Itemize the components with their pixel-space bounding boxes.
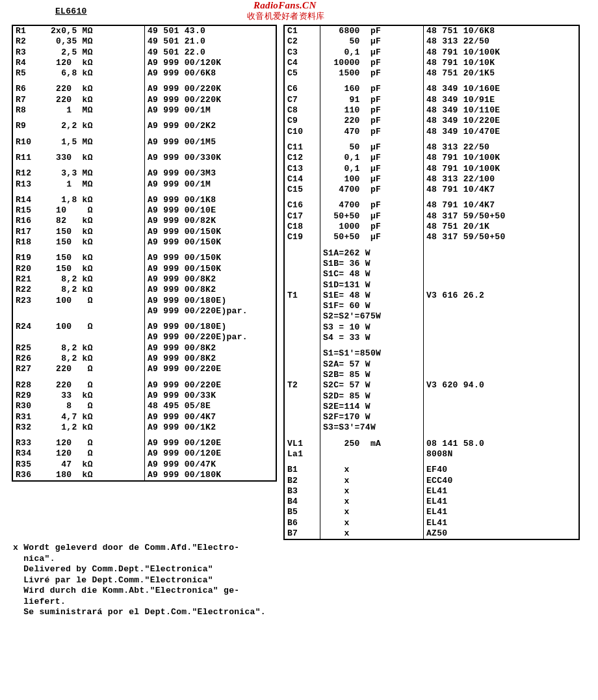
table-row: B7 xAZ50 (284, 528, 579, 539)
component-value (48, 332, 145, 343)
data-tables: R12x0,5 MΩ49 501 43.0R2 0,35 MΩ49 501 21… (0, 25, 598, 540)
table-row: C13 0,1 µF48 791 10/100K (284, 164, 579, 174)
component-value: x (320, 465, 424, 475)
component-code (424, 269, 580, 279)
component-value: 2x0,5 MΩ (48, 25, 145, 36)
component-value: S1D=131 W (320, 280, 424, 291)
component-ref: C9 (284, 116, 320, 126)
component-code (424, 322, 580, 333)
component-value: 220 Ω (48, 364, 145, 374)
component-value: 8,2 kΩ (48, 343, 145, 354)
table-row: B5 xEL41 (284, 507, 579, 517)
table-row: R16 82 kΩA9 999 00/82K (12, 216, 276, 226)
component-ref: R13 (12, 179, 48, 190)
component-code (424, 348, 580, 359)
component-ref: T2 (284, 380, 320, 391)
component-value: 1,2 kΩ (48, 422, 145, 433)
component-value: S1A=262 W (320, 248, 424, 259)
component-ref: R36 (12, 470, 48, 481)
component-code (424, 280, 580, 291)
component-ref: C15 (284, 185, 320, 195)
component-code: A9 999 00/120K (145, 58, 277, 68)
component-code: 48 349 10/220E (424, 116, 580, 126)
component-value: x (320, 518, 424, 528)
component-value: 1,5 MΩ (48, 137, 145, 148)
table-row: C14 100 µF48 313 22/100 (284, 174, 579, 185)
component-code (424, 311, 580, 322)
component-value: 150 kΩ (48, 237, 145, 248)
component-code: EL41 (424, 497, 580, 507)
component-value: 160 pF (320, 84, 424, 94)
component-ref: R27 (12, 364, 48, 374)
component-code: 48 791 10/100K (424, 164, 580, 174)
table-row: S3 = 10 W (284, 322, 579, 333)
component-ref: R12 (12, 168, 48, 179)
component-value: 50+50 µF (320, 211, 424, 222)
table-row: S4 = 33 W (284, 333, 579, 343)
component-code: 48 751 10/6K8 (424, 25, 580, 36)
component-value: 8,2 kΩ (48, 354, 145, 364)
component-code: A9 999 00/1K2 (145, 422, 277, 433)
component-code: A9 999 00/2K2 (145, 121, 277, 131)
table-row: R17 150 kΩA9 999 00/150K (12, 227, 276, 237)
table-row: R13 1 MΩA9 999 00/1M (12, 179, 276, 190)
component-value: x (320, 497, 424, 507)
table-row: S1=S1'=850W (284, 348, 579, 359)
component-code (424, 422, 580, 433)
table-row: R11 330 kΩA9 999 00/330K (12, 153, 276, 163)
table-row: B4 xEL41 (284, 497, 579, 507)
component-code: 48 349 10/470E (424, 127, 580, 137)
component-ref: VL1 (284, 439, 320, 449)
component-ref: R21 (12, 274, 48, 285)
table-row: B1 xEF40 (284, 465, 579, 475)
component-ref (12, 332, 48, 343)
table-row: C7 91 pF48 349 10/91E (284, 95, 579, 105)
component-code: A9 999 00/150K (145, 253, 277, 263)
table-row: R28 220 ΩA9 999 00/220E (12, 380, 276, 391)
component-code: A9 999 00/10E (145, 205, 277, 216)
component-ref: R30 (12, 401, 48, 411)
component-value: 6,8 kΩ (48, 68, 145, 79)
component-ref: B1 (284, 465, 320, 475)
table-row: R24 100 ΩA9 999 00/180E) (12, 322, 276, 332)
component-code (424, 391, 580, 402)
component-value: 1 MΩ (48, 179, 145, 190)
component-value: 4700 pF (320, 185, 424, 195)
table-row: R35 47 kΩA9 999 00/47K (12, 460, 276, 470)
component-code (424, 333, 580, 343)
table-row: S2=S2'=675W (284, 311, 579, 322)
component-code: A9 999 00/150K (145, 264, 277, 274)
component-code: EL41 (424, 518, 580, 528)
component-code: 48 313 22/100 (424, 174, 580, 185)
component-value: 50+50 µF (320, 232, 424, 242)
table-row: S1D=131 W (284, 280, 579, 291)
component-value: 0,1 µF (320, 47, 424, 58)
component-value: S2B= 85 W (320, 370, 424, 380)
component-ref (284, 269, 320, 279)
component-code: A9 999 00/8K2 (145, 354, 277, 364)
component-ref: R25 (12, 343, 48, 354)
table-row: R30 8 Ω48 495 05/8E (12, 401, 276, 411)
component-value: 470 pF (320, 127, 424, 137)
component-code (424, 412, 580, 422)
table-row: C19 50+50 µF48 317 59/50+50 (284, 232, 579, 242)
component-ref: R8 (12, 105, 48, 116)
table-row: C5 1500 pF48 751 20/1K5 (284, 68, 579, 79)
component-ref: R9 (12, 121, 48, 131)
component-code: 48 791 10/4K7 (424, 185, 580, 195)
component-value: 47 kΩ (48, 460, 145, 470)
component-value: 1,8 kΩ (48, 195, 145, 205)
component-value: 220 kΩ (48, 84, 145, 94)
component-value: 100 Ω (48, 322, 145, 332)
table-row: B2 xECC40 (284, 476, 579, 486)
component-value: S1E= 48 W (320, 291, 424, 301)
component-code: A9 999 00/180E) (145, 296, 277, 306)
component-code: 48 313 22/50 (424, 142, 580, 153)
component-ref: R26 (12, 354, 48, 364)
component-code: A9 999 00/150K (145, 237, 277, 248)
table-row: C11 50 µF48 313 22/50 (284, 142, 579, 153)
component-code: A9 999 00/47K (145, 460, 277, 470)
component-code: A9 999 00/8K2 (145, 343, 277, 354)
component-code: A9 999 00/220E (145, 364, 277, 374)
component-ref: C4 (284, 58, 320, 68)
